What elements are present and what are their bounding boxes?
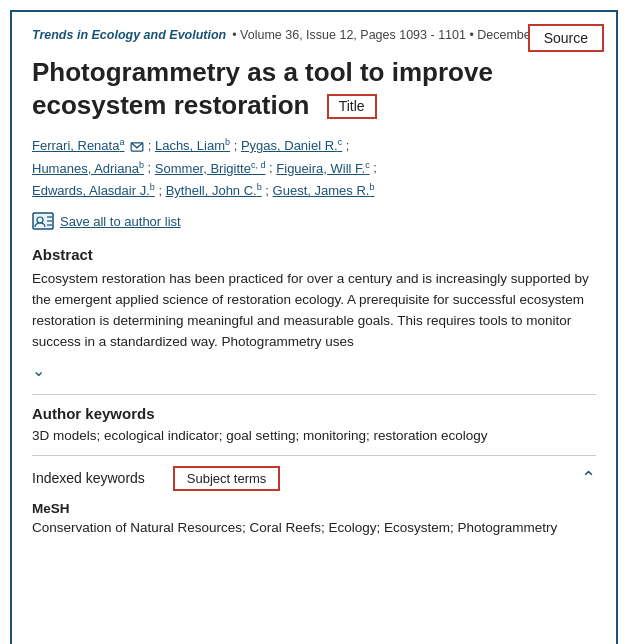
email-icon — [130, 142, 144, 152]
separator: ; — [346, 138, 350, 153]
divider-1 — [32, 394, 596, 395]
mesh-section: MeSH Conservation of Natural Resources; … — [32, 501, 596, 535]
author-9[interactable]: Guest, James R.b — [273, 183, 375, 198]
author-8[interactable]: Bythell, John C.b — [166, 183, 262, 198]
abstract-label: Abstract — [32, 246, 596, 263]
article-title-text: Photogrammetry as a tool to improve ecos… — [32, 57, 493, 120]
article-card: Source Trends in Ecology and Evolution •… — [10, 10, 618, 644]
save-author-row[interactable]: Save all to author list — [32, 212, 596, 230]
author-3[interactable]: Pygas, Daniel R.c — [241, 138, 342, 153]
collapse-arrow-icon[interactable]: ⌃ — [581, 467, 596, 489]
author-4[interactable]: Humanes, Adrianab — [32, 161, 144, 176]
divider-2 — [32, 455, 596, 456]
save-author-link[interactable]: Save all to author list — [60, 214, 181, 229]
mesh-terms: Conservation of Natural Resources; Coral… — [32, 520, 596, 535]
author-6[interactable]: Figueira, Will F.c — [276, 161, 369, 176]
separator: ; — [148, 138, 155, 153]
title-badge: Title — [327, 94, 377, 120]
author-keywords-terms: 3D models; ecological indicator; goal se… — [32, 428, 596, 443]
separator: ; — [373, 161, 377, 176]
separator: ; — [234, 138, 241, 153]
author-7[interactable]: Edwards, Alasdair J.b — [32, 183, 155, 198]
indexed-header: Indexed keywords Subject terms — [32, 466, 280, 491]
journal-line: Trends in Ecology and Evolution • Volume… — [32, 28, 596, 42]
journal-meta: • Volume 36, Issue 12, Pages 1093 - 1101… — [232, 28, 566, 42]
indexed-keywords-row: Indexed keywords Subject terms ⌃ — [32, 466, 596, 491]
source-button[interactable]: Source — [528, 24, 604, 52]
separator: ; — [148, 161, 155, 176]
abstract-text: Ecosystem restoration has been practiced… — [32, 269, 596, 353]
expand-arrow-icon[interactable]: ⌄ — [32, 361, 596, 380]
separator: ; — [158, 183, 165, 198]
author-2[interactable]: Lachs, Liamb — [155, 138, 230, 153]
save-author-icon — [32, 212, 54, 230]
author-1[interactable]: Ferrari, Renataa — [32, 138, 124, 153]
author-keywords-label: Author keywords — [32, 405, 596, 422]
author-5[interactable]: Sommer, Brigittec, d — [155, 161, 266, 176]
indexed-keywords-label: Indexed keywords — [32, 470, 145, 486]
mesh-title: MeSH — [32, 501, 596, 516]
separator: ; — [265, 183, 272, 198]
subject-terms-badge: Subject terms — [173, 466, 280, 491]
authors-block: Ferrari, Renataa ; Lachs, Liamb ; Pygas,… — [32, 135, 596, 202]
journal-title: Trends in Ecology and Evolution — [32, 28, 226, 42]
article-title: Photogrammetry as a tool to improve ecos… — [32, 56, 596, 121]
